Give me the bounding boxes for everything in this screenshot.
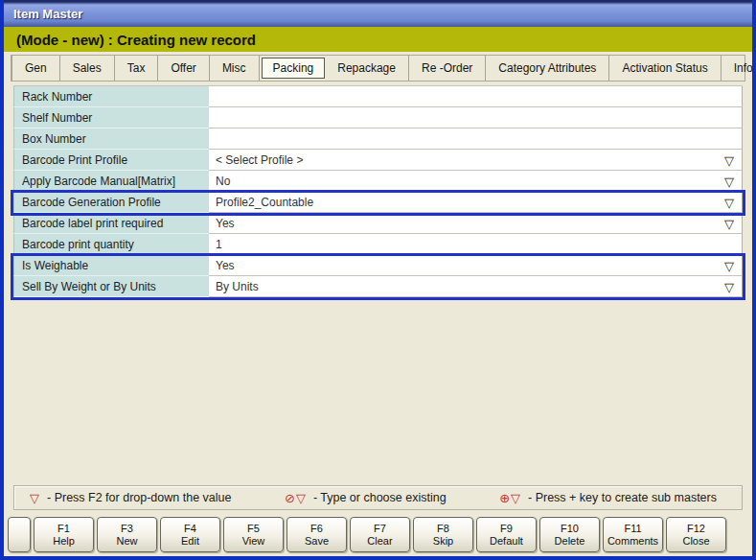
tab-category-attributes[interactable]: Category Attributes [486,56,609,81]
window-title: Item Master [13,7,82,21]
dropdown-indicator-icon[interactable]: ▽ [724,217,734,229]
dropdown-indicator-icon[interactable]: ▽ [724,196,734,208]
field-label-sell-by-weight-or-units: Sell By Weight or By Units [13,276,209,297]
legend-bar: ▽ - Press F2 for drop-down the value ⊘▽ … [13,485,743,510]
mode-bar: (Mode - new) : Creating new record [4,27,752,52]
field-label-rack-number: Rack Number [13,86,209,107]
table-row: Apply Barcode Manual[Matrix] No▽ [13,171,743,192]
slash-circle-triangle-icon: ⊘▽ [285,491,307,505]
fkey-key: F7 [374,523,386,535]
tab-gen[interactable]: Gen [12,56,60,81]
fkey-key: F6 [310,523,323,535]
tab-packing[interactable]: Packing [262,58,326,79]
field-value-barcode-print-profile[interactable]: < Select Profile >▽ [209,150,743,171]
field-label-barcode-generation-profile: Barcode Generation Profile [13,192,209,213]
field-value-apply-barcode-manual[interactable]: No▽ [209,171,743,192]
tab-strip: Gen Sales Tax Offer Misc Packing Repacka… [11,55,745,82]
tab-sales[interactable]: Sales [60,56,115,81]
fkey-key: F4 [184,523,196,535]
field-label-box-number: Box Number [13,128,209,150]
tab-activation-status[interactable]: Activation Status [609,56,721,81]
legend-item-dropdown: ▽ - Press F2 for drop-down the value [30,491,231,505]
fkey-label: Clear [367,535,392,548]
field-label-barcode-label-print-required: Barcode label print required [13,213,209,234]
legend-text: - Type or choose existing [313,491,447,504]
field-label-barcode-print-profile: Barcode Print Profile [13,150,209,171]
fkey-key: F10 [561,523,579,535]
tab-misc[interactable]: Misc [210,56,260,81]
mode-text: (Mode - new) : Creating new record [16,32,256,48]
fkey-key: F8 [437,523,449,535]
f11-comments-button[interactable]: F11Comments [603,517,663,552]
fkey-label: New [116,535,137,548]
dropdown-indicator-icon[interactable]: ▽ [724,153,734,166]
field-value-text: Profile2_Countable [216,196,313,209]
fkey-label: Close [682,535,709,548]
f8-skip-button[interactable]: F8Skip [413,517,473,552]
fkey-label: Edit [181,535,199,548]
legend-text: - Press F2 for drop-down the value [47,491,231,504]
legend-item-type-or-choose: ⊘▽ - Type or choose existing [285,491,447,505]
fkey-label: Help [53,535,75,548]
field-label-apply-barcode-manual: Apply Barcode Manual[Matrix] [13,171,209,192]
fkey-key: F11 [624,523,641,535]
legend-item-create-sub-masters: ⊕▽ - Press + key to create sub masters [499,491,717,505]
field-value-shelf-number[interactable] [209,107,743,128]
packing-form: Rack Number Shelf Number Box Number Barc… [13,85,743,297]
table-row: Barcode print quantity 1 [13,234,743,255]
tab-info[interactable]: Info [722,56,756,81]
f4-edit-button[interactable]: F4Edit [160,517,220,552]
dropdown-indicator-icon[interactable]: ▽ [724,259,734,271]
fkey-label: Default [490,535,523,548]
tab-strip-wrapper: Gen Sales Tax Offer Misc Packing Repacka… [11,55,745,82]
fkey-key: F3 [121,523,133,535]
field-value-rack-number[interactable] [209,86,743,107]
field-value-barcode-print-quantity[interactable]: 1 [209,234,743,255]
table-row: Barcode Print Profile < Select Profile >… [13,150,743,171]
f1-help-button[interactable]: F1Help [34,517,94,552]
table-row: Is Weighable Yes▽ [13,255,743,276]
function-key-bar: F1Help F3New F4Edit F5View F6Save F7Clea… [8,516,748,552]
tab-tax[interactable]: Tax [115,56,159,81]
field-value-sell-by-weight-or-units[interactable]: By Units▽ [209,276,743,297]
dropdown-indicator-icon[interactable]: ▽ [724,175,734,187]
tab-offer[interactable]: Offer [158,56,209,81]
title-bar: Item Master [4,0,752,27]
f5-view-button[interactable]: F5View [223,517,284,552]
f9-default-button[interactable]: F9Default [476,517,537,552]
fkey-label: Delete [555,535,585,548]
fkey-label: Skip [433,535,453,548]
fkey-label: View [242,535,265,548]
fkey-label: Comments [607,535,658,548]
field-value-barcode-label-print-required[interactable]: Yes▽ [209,213,743,234]
table-row: Rack Number [13,86,743,107]
table-row: Box Number [13,128,743,150]
fkey-key: F1 [57,523,70,535]
field-value-text: < Select Profile > [216,153,303,167]
f3-new-button[interactable]: F3New [97,517,157,552]
dropdown-triangle-icon: ▽ [30,491,40,505]
f6-save-button[interactable]: F6Save [286,517,347,552]
tab-repackage[interactable]: Repackage [325,56,409,81]
field-value-text: Yes [216,259,235,272]
f12-close-button[interactable]: F12Close [666,517,726,552]
f7-clear-button[interactable]: F7Clear [350,517,410,552]
field-value-text: Yes [216,217,235,230]
field-value-is-weighable[interactable]: Yes▽ [209,255,743,276]
f10-delete-button[interactable]: F10Delete [539,517,600,552]
field-value-box-number[interactable] [209,128,743,150]
field-value-text: By Units [216,280,259,293]
fkey-label: Save [305,535,329,548]
dropdown-indicator-icon[interactable]: ▽ [724,280,734,292]
fkey-key: F5 [247,523,260,535]
blank-button[interactable] [8,517,31,552]
fkey-key: F12 [687,523,705,535]
table-row: Shelf Number [13,107,743,128]
tab-re-order[interactable]: Re -Order [409,56,486,81]
empty-panel-area [4,297,752,485]
field-value-barcode-generation-profile[interactable]: Profile2_Countable▽ [209,192,743,213]
legend-text: - Press + key to create sub masters [528,491,717,504]
field-value-text: 1 [216,238,222,251]
field-value-text: No [216,175,230,188]
plus-circle-triangle-icon: ⊕▽ [499,491,521,505]
